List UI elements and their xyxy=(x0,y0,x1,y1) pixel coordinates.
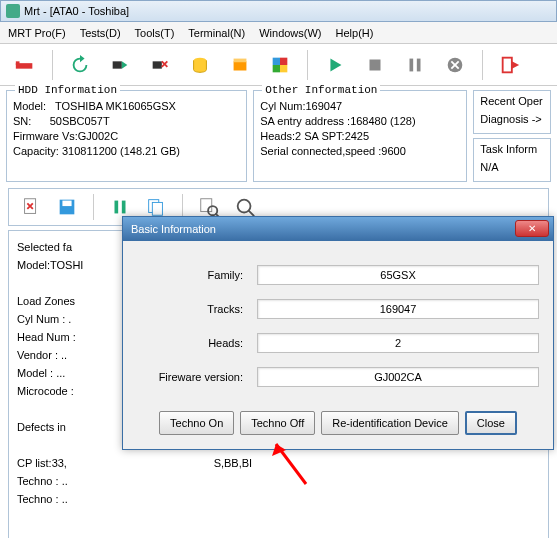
hdd-info-panel: HDD Information Model: TOSHIBA MK16065GS… xyxy=(6,90,247,182)
close-button[interactable]: Close xyxy=(465,411,517,435)
dialog-close-button[interactable]: ✕ xyxy=(515,220,549,237)
menu-help[interactable]: Help(H) xyxy=(336,27,374,39)
log-line: Model : ... xyxy=(17,367,65,379)
hdd-fw-label: Firmware Vs: xyxy=(13,130,78,142)
side-panels: Recent Oper Diagnosis -> Task Inform N/A xyxy=(473,90,551,182)
svg-rect-10 xyxy=(273,65,280,72)
svg-rect-26 xyxy=(201,199,212,212)
svg-rect-1 xyxy=(16,61,20,65)
recent-value: Diagnosis -> xyxy=(480,113,544,125)
hdd-model-label: Model: xyxy=(13,100,46,112)
info-row: HDD Information Model: TOSHIBA MK16065GS… xyxy=(0,86,557,186)
family-label: Family: xyxy=(137,269,257,281)
svg-rect-25 xyxy=(152,202,162,215)
svg-rect-13 xyxy=(370,59,381,70)
task-title: Task Inform xyxy=(480,143,537,155)
svg-rect-2 xyxy=(113,61,122,68)
svg-rect-4 xyxy=(153,61,162,68)
menu-terminal[interactable]: Terminal(N) xyxy=(188,27,245,39)
other-l2: SA entry address :168480 (128) xyxy=(260,114,460,129)
log-line: Microcode : xyxy=(17,385,74,397)
save-icon[interactable] xyxy=(53,193,81,221)
task-value: N/A xyxy=(480,161,544,173)
other-info-panel: Other Information Cyl Num:169047 SA entr… xyxy=(253,90,467,182)
database-icon[interactable] xyxy=(183,48,217,82)
other-l4: Serial connected,speed :9600 xyxy=(260,144,460,159)
box-icon[interactable] xyxy=(223,48,257,82)
techno-off-button[interactable]: Techno Off xyxy=(240,411,315,435)
svg-rect-21 xyxy=(62,201,71,207)
menu-tests[interactable]: Tests(D) xyxy=(80,27,121,39)
techno-on-button[interactable]: Techno On xyxy=(159,411,234,435)
svg-marker-18 xyxy=(512,61,519,68)
hdd-sn-value: 50SBC057T xyxy=(50,115,110,127)
hdd-sn-label: SN: xyxy=(13,115,31,127)
tracks-value: 169047 xyxy=(257,299,539,319)
svg-rect-17 xyxy=(503,57,512,72)
family-value: 65GSX xyxy=(257,265,539,285)
hdd-fw-value: GJ002C xyxy=(78,130,118,142)
bed-icon[interactable] xyxy=(8,48,42,82)
log-line: Vendor : .. xyxy=(17,349,67,361)
refresh-icon[interactable] xyxy=(63,48,97,82)
recent-title: Recent Oper xyxy=(480,95,542,107)
delete-doc-icon[interactable] xyxy=(17,193,45,221)
log-line: Techno : .. xyxy=(17,493,68,505)
menu-tools[interactable]: Tools(T) xyxy=(135,27,175,39)
task-info-panel: Task Inform N/A xyxy=(473,138,551,182)
log-line: Model:TOSHI xyxy=(17,259,83,271)
svg-rect-15 xyxy=(417,58,421,71)
log-line: Head Num : xyxy=(17,331,79,343)
other-l1: Cyl Num:169047 xyxy=(260,99,460,114)
heads-value: 2 xyxy=(257,333,539,353)
reid-device-button[interactable]: Re-identification Device xyxy=(321,411,459,435)
log-line: Defects in xyxy=(17,421,69,433)
svg-rect-14 xyxy=(410,58,414,71)
log-line: Load Zones xyxy=(17,295,78,307)
heads-label: Heads: xyxy=(137,337,257,349)
play-icon[interactable] xyxy=(318,48,352,82)
svg-rect-8 xyxy=(273,57,280,64)
log-line: Cyl Num : . xyxy=(17,313,71,325)
main-toolbar xyxy=(0,44,557,86)
exit-icon[interactable] xyxy=(493,48,527,82)
svg-rect-6 xyxy=(234,61,247,70)
log-line: CP list:33, S,BB,BI xyxy=(17,457,252,469)
stop-icon[interactable] xyxy=(358,48,392,82)
svg-point-29 xyxy=(238,200,251,213)
hdd-model-value: TOSHIBA MK16065GSX xyxy=(55,100,176,112)
pause-icon[interactable] xyxy=(398,48,432,82)
menu-mrtpro[interactable]: MRT Pro(F) xyxy=(8,27,66,39)
other-panel-title: Other Information xyxy=(262,83,380,98)
menubar: MRT Pro(F) Tests(D) Tools(T) Terminal(N)… xyxy=(0,22,557,44)
fwver-value: GJ002CA xyxy=(257,367,539,387)
dialog-title: Basic Information xyxy=(131,223,216,235)
svg-marker-12 xyxy=(330,58,341,71)
plug-in-icon[interactable] xyxy=(103,48,137,82)
other-l3: Heads:2 SA SPT:2425 xyxy=(260,129,460,144)
svg-rect-11 xyxy=(280,65,287,72)
svg-marker-3 xyxy=(122,61,128,68)
dialog-titlebar: Basic Information ✕ xyxy=(123,217,553,241)
fwver-label: Fireware version: xyxy=(137,371,257,383)
menu-windows[interactable]: Windows(W) xyxy=(259,27,321,39)
svg-rect-23 xyxy=(122,201,126,214)
tracks-label: Tracks: xyxy=(137,303,257,315)
color-cube-icon[interactable] xyxy=(263,48,297,82)
hdd-cap-label: Capacity: xyxy=(13,145,59,157)
log-line: Techno : .. xyxy=(17,475,68,487)
app-icon xyxy=(6,4,20,18)
basic-info-dialog: Basic Information ✕ Family: 65GSX Tracks… xyxy=(122,216,554,450)
svg-rect-22 xyxy=(115,201,119,214)
window-titlebar: Mrt - [ATA0 - Toshiba] xyxy=(0,0,557,22)
recent-oper-panel: Recent Oper Diagnosis -> xyxy=(473,90,551,134)
hdd-cap-value: 310811200 (148.21 GB) xyxy=(62,145,180,157)
svg-rect-9 xyxy=(280,57,287,64)
cancel-icon[interactable] xyxy=(438,48,472,82)
svg-rect-7 xyxy=(234,58,247,62)
window-title: Mrt - [ATA0 - Toshiba] xyxy=(24,5,129,17)
log-line: Selected fa xyxy=(17,241,72,253)
hdd-panel-title: HDD Information xyxy=(15,83,120,98)
plug-out-icon[interactable] xyxy=(143,48,177,82)
